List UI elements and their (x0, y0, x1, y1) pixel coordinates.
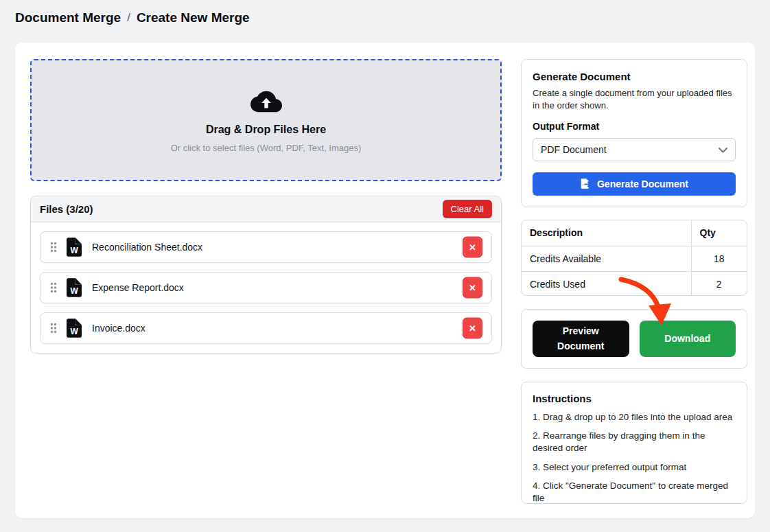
chevron-down-icon (719, 144, 727, 155)
instruction-step: 3. Select your preferred output format (533, 461, 736, 474)
file-name: Invoice.docx (92, 323, 145, 334)
files-count-label: Files (3/20) (40, 203, 93, 215)
breadcrumb-section[interactable]: Document Merge (15, 10, 121, 25)
credits-available-value: 18 (691, 246, 747, 271)
file-row[interactable]: W Expense Report.docx ✕ (40, 272, 492, 303)
drag-handle-icon[interactable] (50, 323, 57, 334)
column-header-qty: Qty (691, 220, 747, 246)
generate-card-description: Create a single document from your uploa… (533, 87, 736, 112)
word-file-icon: W (67, 319, 82, 338)
breadcrumb: Document Merge / Create New Merge (15, 10, 250, 25)
credits-available-label: Credits Available (522, 246, 691, 271)
generate-button-label: Generate Document (597, 178, 688, 189)
svg-text:W: W (70, 327, 78, 336)
generate-document-button[interactable]: Generate Document (533, 172, 736, 196)
drag-handle-icon[interactable] (50, 242, 57, 253)
page-title: Create New Merge (137, 10, 250, 25)
column-header-description: Description (522, 220, 691, 246)
preview-document-button[interactable]: Preview Document (533, 321, 629, 357)
word-file-icon: W (67, 278, 82, 297)
output-format-label: Output Format (533, 121, 736, 132)
actions-card: Preview Document Download (521, 309, 747, 369)
output-format-select[interactable]: PDF Document (533, 138, 736, 161)
files-list: W Reconciliation Sheet.docx ✕ (31, 222, 501, 353)
table-row: Credits Available 18 (522, 246, 747, 271)
file-dropzone[interactable]: Drag & Drop Files Here Or click to selec… (30, 59, 502, 181)
dropzone-subtitle: Or click to select files (Word, PDF, Tex… (171, 143, 362, 153)
table-header-row: Description Qty (522, 220, 747, 246)
file-name: Expense Report.docx (92, 282, 184, 293)
instruction-step: 4. Click "Generate Document" to create m… (533, 480, 736, 505)
remove-file-button[interactable]: ✕ (463, 237, 482, 258)
table-row: Credits Used 2 (522, 271, 747, 296)
download-button[interactable]: Download (640, 321, 736, 357)
breadcrumb-separator: / (127, 11, 130, 25)
main-card: Drag & Drop Files Here Or click to selec… (15, 43, 755, 518)
dropzone-title: Drag & Drop Files Here (206, 124, 326, 136)
drag-handle-icon[interactable] (50, 282, 57, 293)
remove-file-button[interactable]: ✕ (463, 277, 482, 299)
credits-table: Description Qty Credits Available 18 Cre… (521, 220, 747, 296)
svg-text:W: W (70, 246, 78, 255)
instructions-title: Instructions (533, 393, 736, 404)
file-row[interactable]: W Invoice.docx ✕ (40, 312, 492, 344)
files-header: Files (3/20) Clear All (31, 196, 501, 222)
generate-document-card: Generate Document Create a single docume… (521, 59, 747, 207)
svg-text:W: W (70, 286, 78, 296)
file-name: Reconciliation Sheet.docx (92, 242, 202, 253)
word-file-icon: W (67, 238, 82, 257)
instructions-card: Instructions 1. Drag & drop up to 20 fil… (521, 382, 747, 504)
credits-used-value: 2 (691, 271, 747, 296)
file-export-icon (580, 178, 592, 189)
clear-all-button[interactable]: Clear All (443, 200, 492, 218)
file-row[interactable]: W Reconciliation Sheet.docx ✕ (40, 231, 492, 263)
instruction-step: 2. Rearrange files by dragging them in t… (533, 430, 736, 454)
generate-card-title: Generate Document (533, 71, 736, 82)
output-format-value: PDF Document (541, 144, 607, 155)
credits-used-label: Credits Used (522, 271, 691, 296)
cloud-upload-icon (250, 88, 282, 115)
files-panel: Files (3/20) Clear All W (30, 196, 502, 354)
remove-file-button[interactable]: ✕ (463, 318, 482, 339)
instruction-step: 1. Drag & drop up to 20 files into the u… (533, 411, 736, 424)
